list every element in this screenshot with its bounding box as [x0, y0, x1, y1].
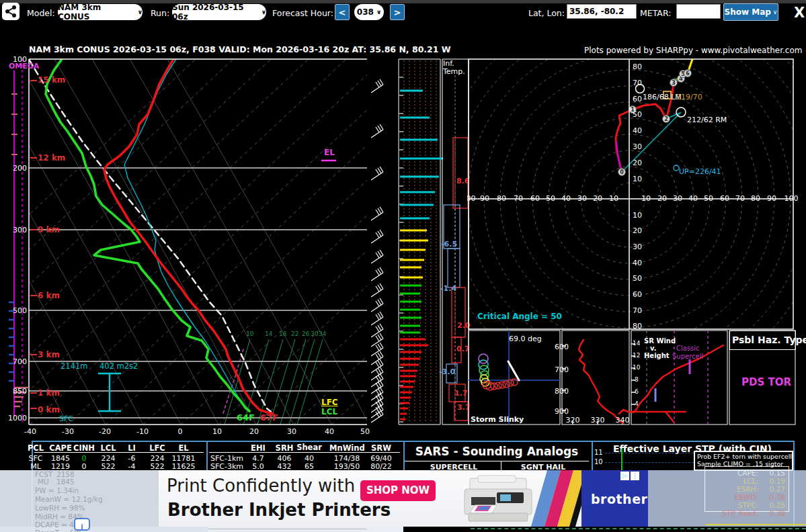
- pcl-header: LFC: [147, 443, 168, 453]
- sharppy-sounding-app: Model: NAM 3km CONUS∨ Run: Sun 2026-03-1…: [0, 0, 806, 532]
- stp-comp-label: LCL:: [707, 477, 758, 485]
- thetae-x-tick: 320: [564, 416, 581, 425]
- header-underline: [34, 452, 204, 453]
- srwind-y-tick: 10: [633, 364, 640, 371]
- ad-brand-block: brother ▷ ⋮: [581, 470, 648, 527]
- kin-header: MnWind: [329, 443, 364, 453]
- thetae-y-tick: 800: [551, 387, 569, 396]
- stp-y-tick: 10: [594, 458, 603, 466]
- pcl-header: PCL: [26, 443, 46, 453]
- sars-title: SARS - Sounding Analogs: [403, 445, 590, 458]
- stp-y-tick: 11: [594, 449, 603, 456]
- bottom-strip-right: [403, 527, 806, 532]
- ad-cta-button[interactable]: SHOP NOW: [360, 480, 436, 501]
- srwind-y-tick: 6: [635, 388, 639, 395]
- srwind-y-tick: 8: [635, 376, 639, 383]
- stp-comp-value: 0.25: [760, 501, 785, 509]
- stp-comp-label: ESRH:: [707, 485, 758, 493]
- srwind-y-tick: 4: [635, 400, 639, 407]
- thetae-x-tick: 330: [589, 416, 606, 425]
- bottom-strip-mid: [208, 527, 403, 532]
- srwind-title: SR Wind: [644, 337, 676, 345]
- classic-supercell-label: Classic: [676, 345, 700, 352]
- thermo-stat: LowRH = 98%: [35, 504, 85, 512]
- pcl-header: LCL: [98, 443, 118, 453]
- hazard-title: Psbl Haz. Type: [732, 335, 806, 345]
- stp-fixed-line-muted: [706, 524, 806, 525]
- printer-image: [458, 470, 545, 527]
- thermo-stat: MeanW = 12.1g/kg: [35, 495, 103, 503]
- ad-menu-icon[interactable]: ⋮: [631, 472, 639, 480]
- thetae-x-tick: 340: [614, 416, 631, 425]
- ad-headline: Print Confidently with: [167, 476, 355, 496]
- thetae-y-tick: 600: [551, 343, 569, 351]
- pcl-row-label-muted: MU: [38, 478, 49, 486]
- thetae-y-tick: 700: [551, 365, 569, 374]
- srwind-y-tick: 12: [633, 352, 640, 359]
- adchoices-icon[interactable]: ▷: [620, 472, 629, 480]
- brother-logo: brother: [591, 492, 647, 506]
- stp-current-line: [621, 449, 622, 470]
- thetae-y-tick: 900: [551, 407, 569, 416]
- pcl-header: EL: [169, 443, 198, 453]
- ad-creative[interactable]: Print Confidently with Brother Inkjet Pr…: [159, 470, 648, 527]
- pcl-cell-muted: 1845: [56, 478, 75, 486]
- ad-headline2: Brother Inkjet Printers: [167, 500, 391, 520]
- ad-info-icon[interactable]: i: [74, 518, 90, 531]
- lower-panels: [0, 0, 806, 443]
- stp-comp-value: 0.27: [760, 485, 785, 493]
- stp-comp-value: 0.36: [760, 493, 785, 501]
- pcl-header: CINH: [73, 443, 95, 453]
- stp-comp-label: EBWD:: [707, 493, 758, 501]
- stp-comp-label: CAPE:: [707, 469, 758, 477]
- sars-divider-h: [405, 461, 589, 461]
- stp-comp-label: STPC:: [707, 501, 758, 509]
- srwind-title: v.: [650, 345, 657, 352]
- stp-comp-value: 0.19: [760, 477, 785, 485]
- stp-comp-value: 0.15: [760, 469, 785, 477]
- kin-header: SRW: [368, 443, 395, 453]
- stp-tooltip-line: Prob EF2+ torn with supercell: [697, 453, 790, 460]
- srwind-y-tick: 14: [633, 340, 640, 347]
- kin-header: EHI: [246, 443, 270, 453]
- stp-dashed-line-muted: [707, 517, 788, 517]
- thermo-stat: PW = 1.34in: [35, 486, 79, 494]
- classic-supercell-label: Supercell: [672, 353, 703, 360]
- bottom-strip-left: [0, 527, 208, 532]
- slinky-angle-value: 69.0 deg: [509, 335, 542, 343]
- slinky-title: Storm Slinky: [471, 415, 524, 424]
- pcl-header: LI: [122, 443, 141, 453]
- pcl-header: CAPE: [48, 443, 73, 453]
- header-underline: [209, 452, 400, 453]
- kin-header: Shear: [294, 443, 324, 452]
- srwind-title: Height: [644, 352, 670, 359]
- hazard-value: PDS TOR: [741, 376, 791, 388]
- kin-header: SRH: [272, 443, 296, 453]
